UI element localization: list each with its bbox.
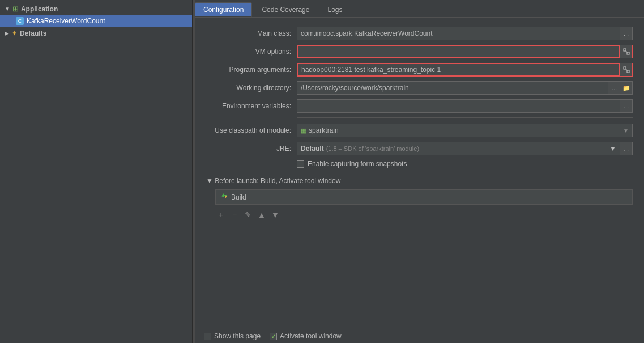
configuration-form: Main class: … VM options: xyxy=(195,18,644,329)
classpath-label: Use classpath of module: xyxy=(206,126,297,134)
jre-arrow-icon: ▼ xyxy=(609,145,616,153)
sidebar-item-kafkareceiver[interactable]: C KafkaReceiverWordCount xyxy=(0,15,192,27)
main-class-expand-btn[interactable]: … xyxy=(620,27,633,40)
snapshots-checkbox[interactable] xyxy=(297,160,304,168)
sidebar-title-application: Application xyxy=(21,5,58,13)
svg-rect-0 xyxy=(624,49,626,51)
classpath-row: Use classpath of module: ▦ sparktrain ▼ xyxy=(206,124,633,137)
jre-default-text: Default xyxy=(301,145,324,153)
sidebar-item-defaults[interactable]: ▶ ✦ Defaults xyxy=(0,27,192,40)
add-btn[interactable]: + xyxy=(215,209,227,221)
activate-tool-label: Activate tool window xyxy=(280,332,342,340)
main-class-label: Main class: xyxy=(206,29,297,37)
edit-btn[interactable]: ✎ xyxy=(242,209,254,221)
activate-tool-wrap: ✓ Activate tool window xyxy=(270,332,342,340)
expand-icon xyxy=(623,48,630,55)
build-icon xyxy=(220,192,228,202)
working-dir-label: Working directory: xyxy=(206,84,297,92)
remove-btn[interactable]: − xyxy=(229,209,240,221)
env-vars-input[interactable] xyxy=(297,99,620,113)
program-args-input-wrap xyxy=(297,63,633,77)
main-class-input[interactable] xyxy=(297,27,620,40)
classpath-dropdown-wrap: ▦ sparktrain ▼ xyxy=(297,124,633,137)
vm-options-row: VM options: xyxy=(206,45,633,58)
vm-options-input[interactable] xyxy=(297,45,620,58)
jre-dropdown[interactable]: Default (1.8 – SDK of 'sparktrain' modul… xyxy=(297,142,620,155)
svg-line-5 xyxy=(626,69,627,70)
move-down-btn[interactable]: ▼ xyxy=(270,209,281,221)
working-dir-input[interactable] xyxy=(297,81,609,95)
before-launch-toolbar: + − ✎ ▲ ▼ xyxy=(215,209,633,221)
classpath-dropdown[interactable]: ▦ sparktrain ▼ xyxy=(297,124,633,137)
check-mark: ✓ xyxy=(271,333,276,340)
working-dir-row: Working directory: … 📁 xyxy=(206,81,633,95)
program-args-label: Program arguments: xyxy=(206,66,297,74)
main-class-input-wrap: … xyxy=(297,27,633,40)
program-args-row: Program arguments: xyxy=(206,63,633,77)
tab-configuration[interactable]: Configuration xyxy=(195,2,252,17)
activate-tool-checkbox[interactable]: ✓ xyxy=(270,333,277,340)
snapshots-row: Enable capturing form snapshots xyxy=(297,160,633,168)
vm-options-label: VM options: xyxy=(206,48,297,56)
classpath-value: sparktrain xyxy=(309,126,621,134)
svg-line-2 xyxy=(626,51,627,52)
move-up-btn[interactable]: ▲ xyxy=(256,209,267,221)
class-icon: C xyxy=(16,17,24,25)
snapshots-label: Enable capturing form snapshots xyxy=(308,160,407,168)
build-arrows-icon xyxy=(220,192,228,200)
module-icon: ▦ xyxy=(301,127,306,134)
sidebar-defaults-label: Defaults xyxy=(20,29,46,37)
svg-rect-1 xyxy=(627,52,629,54)
env-vars-expand-btn[interactable]: … xyxy=(620,99,633,113)
sidebar-header-application[interactable]: ▼ ⊞ Application xyxy=(0,2,192,15)
env-vars-input-wrap: … xyxy=(297,99,633,113)
main-panel: Configuration Code Coverage Logs Main cl… xyxy=(195,0,644,343)
svg-rect-3 xyxy=(624,67,626,69)
env-vars-label: Environment variables: xyxy=(206,102,297,110)
show-page-checkbox[interactable] xyxy=(204,333,211,340)
jre-label: JRE: xyxy=(206,145,297,153)
jre-detail-text: (1.8 – SDK of 'sparktrain' module) xyxy=(326,145,419,152)
svg-rect-4 xyxy=(627,70,629,73)
sidebar: ▼ ⊞ Application C KafkaReceiverWordCount… xyxy=(0,0,193,343)
build-label: Build xyxy=(231,193,246,201)
jre-row: JRE: Default (1.8 – SDK of 'sparktrain' … xyxy=(206,142,633,155)
build-list-item[interactable]: Build xyxy=(215,189,633,205)
sidebar-arrow-application: ▼ xyxy=(5,6,10,12)
program-args-input[interactable] xyxy=(297,63,620,77)
tab-logs[interactable]: Logs xyxy=(319,2,351,17)
tab-bar: Configuration Code Coverage Logs xyxy=(195,0,644,18)
sidebar-item-label: KafkaReceiverWordCount xyxy=(27,17,105,25)
sidebar-arrow-defaults: ▶ xyxy=(5,30,9,36)
vm-options-input-wrap xyxy=(297,45,633,58)
main-class-row: Main class: … xyxy=(206,27,633,40)
working-dir-folder-btn[interactable]: 📁 xyxy=(620,81,633,95)
before-launch-section: ▼ Before launch: Build, Activate tool wi… xyxy=(206,177,633,233)
jre-dropdown-wrap: Default (1.8 – SDK of 'sparktrain' modul… xyxy=(297,142,633,155)
expand-icon2 xyxy=(623,66,630,73)
show-page-wrap: Show this page xyxy=(204,332,261,340)
vm-options-expand-btn[interactable] xyxy=(620,45,633,58)
application-icon: ⊞ xyxy=(12,5,19,13)
jre-dots-btn[interactable]: … xyxy=(620,142,633,155)
before-launch-header[interactable]: ▼ Before launch: Build, Activate tool wi… xyxy=(206,177,633,185)
defaults-icon: ✦ xyxy=(11,29,18,37)
show-page-label: Show this page xyxy=(214,332,261,340)
working-dir-input-wrap: … 📁 xyxy=(297,81,633,95)
env-vars-row: Environment variables: … xyxy=(206,99,633,113)
bottom-bar: Show this page ✓ Activate tool window xyxy=(195,329,644,343)
separator xyxy=(297,117,633,118)
tab-code-coverage[interactable]: Code Coverage xyxy=(253,2,318,17)
classpath-arrow-icon: ▼ xyxy=(623,128,629,134)
program-args-expand-btn[interactable] xyxy=(620,63,633,77)
working-dir-dots-btn[interactable]: … xyxy=(608,81,621,95)
